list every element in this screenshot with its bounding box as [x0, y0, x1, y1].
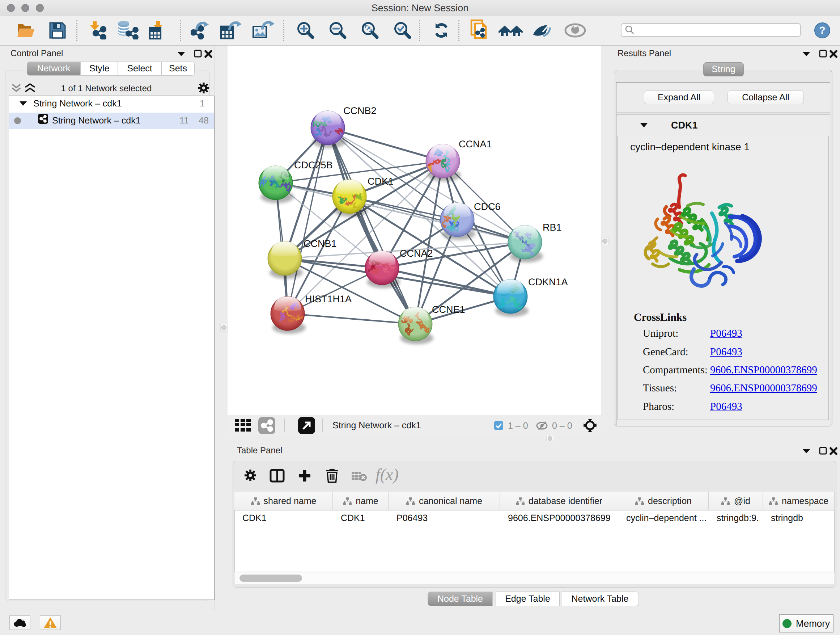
- svg-text:CDC6: CDC6: [474, 201, 501, 212]
- svg-text:CCNA2: CCNA2: [400, 248, 433, 259]
- svg-text:CDK1: CDK1: [368, 176, 393, 187]
- svg-text:RB1: RB1: [543, 222, 562, 233]
- svg-text:?: ?: [819, 25, 825, 36]
- svg-text:CDKN1A: CDKN1A: [528, 277, 568, 287]
- svg-text:CDC25B: CDC25B: [294, 160, 333, 171]
- svg-text:CCNB2: CCNB2: [343, 105, 377, 116]
- svg-text:CCNA1: CCNA1: [459, 139, 492, 149]
- svg-text:CCNB1: CCNB1: [303, 238, 337, 249]
- svg-text:HIST1H1A: HIST1H1A: [305, 294, 352, 304]
- svg-text:CCNE1: CCNE1: [432, 304, 465, 315]
